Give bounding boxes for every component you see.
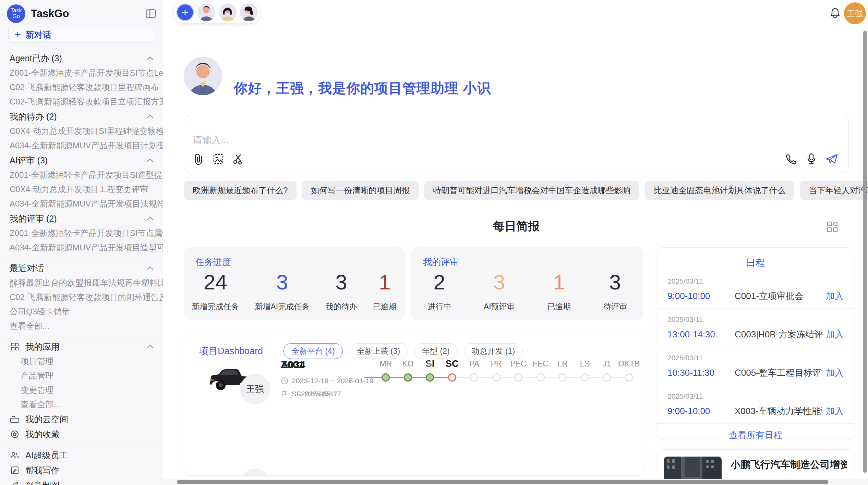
event-title: C001-立项审批会 <box>735 290 822 302</box>
suggestion-chip[interactable]: 欧洲新规最近颁布了什么? <box>184 181 297 200</box>
sidebar-item-help-write[interactable]: 帮我写作 <box>0 463 163 478</box>
suggestion-chip[interactable]: 当下年轻人对汽车外观有怎样的喜好趋势 <box>800 181 868 200</box>
stat-label: 进行中 <box>427 301 451 312</box>
sidebar-task-item[interactable]: Z001-全新燃油轻卡产品开发项目SI节点属性5D文件评审 <box>0 226 163 240</box>
suggestion-chip[interactable]: 如何写一份清晰的项目周报 <box>302 181 419 200</box>
sidebar-section-header[interactable]: 我的待办 (2) <box>0 109 163 124</box>
event-time: 9:00-10:00 <box>667 406 735 416</box>
filter-chip[interactable]: 全新上装 (3) <box>349 343 408 359</box>
new-chat-button[interactable]: + 新对话 <box>8 27 155 42</box>
sidebar-task-item[interactable]: A034-全新新能源MUV产品开发项目法规符合性评审 <box>0 197 163 211</box>
my-apps-header[interactable]: 我的应用 <box>0 339 163 354</box>
screenshot-scissors-icon[interactable] <box>232 153 244 165</box>
event-title: C005-整车工程目标评审 <box>735 367 822 379</box>
sidebar-nav: Agent已办 (3) Z001-全新燃油皮卡产品开发项目SI节点Lesson … <box>0 42 163 485</box>
assistant-avatar <box>184 57 222 95</box>
milestone-label: SC <box>445 358 459 370</box>
collapse-sidebar-icon[interactable] <box>146 9 156 18</box>
sidebar-task-item[interactable]: C0X4-动力总成开发项目SI里程碑提交物检查 <box>0 124 163 138</box>
horizontal-scrollbar[interactable] <box>163 479 868 485</box>
stat-label: AI预评审 <box>484 301 515 312</box>
agent-avatar[interactable] <box>219 3 237 21</box>
sidebar-task-item[interactable]: C0X4-动力总成开发项目工程变更评审 <box>0 182 163 197</box>
sidebar-item-creative-draw[interactable]: 创意制图 <box>0 478 163 485</box>
filter-chip[interactable]: 年型 (2) <box>414 343 458 359</box>
sidebar-section-header[interactable]: AI评审 (3) <box>0 153 163 168</box>
chat-composer[interactable]: 请输入... <box>184 116 849 173</box>
stat-value: 2 <box>434 271 445 294</box>
recent-chat-item[interactable]: 公司Q3轻卡销量 <box>0 304 163 319</box>
join-meeting-link[interactable]: 加入 <box>826 290 844 302</box>
milestone-label: PA <box>469 358 479 370</box>
attachment-icon[interactable] <box>192 153 205 165</box>
project-row[interactable]: 王强 A034 2023-12-19 ~ 2026-01-19 SC-2025-… <box>184 359 643 410</box>
milestone-dot <box>492 373 501 382</box>
schedule-event: 2025/03/11 10:30-11:30 C005-整车工程目标评审 加入 <box>657 347 854 385</box>
sidebar-task-item[interactable]: A034-全新新能源MUV产品开发项目计划变更表编写 <box>0 138 163 153</box>
sidebar-task-item[interactable]: C02-飞腾新能源轻客改款项目立项汇报方案 <box>0 95 163 109</box>
suggestion-chip[interactable]: 特朗普可能对进口汽车增税会对中国车企造成哪些影响 <box>424 181 639 200</box>
recent-chats-header[interactable]: 最近对话 <box>0 261 163 276</box>
send-icon[interactable] <box>826 153 838 165</box>
horizontal-scrollbar-thumb[interactable] <box>177 480 828 484</box>
join-meeting-link[interactable]: 加入 <box>826 405 844 417</box>
sidebar-item-ai-employee[interactable]: AI超级员工 <box>0 448 163 463</box>
milestone-label: PEC <box>510 358 527 370</box>
project-milestone-date: SC-2025-05-17 <box>292 390 341 398</box>
vertical-scrollbar-thumb[interactable] <box>863 31 867 473</box>
sidebar-task-item[interactable]: Z001-全新燃油皮卡产品开发项目SI节点Lesson Learn报告 <box>0 66 163 80</box>
sidebar-task-item[interactable]: A034-全新新能源MUV产品开发项目造型可行性评审 <box>0 240 163 255</box>
recent-chat-item[interactable]: 解释最新出台的欧盟报废车法规再生塑料比例被调至15%... <box>0 276 163 290</box>
app-link[interactable]: 产品管理 <box>0 369 163 383</box>
briefing-layout-icon[interactable] <box>825 220 839 234</box>
my-reviews-card: 我的评审 2 进行中 3 AI预评审 1 已逾期 3 <box>411 247 643 320</box>
stat-label: 我的待办 <box>326 301 357 312</box>
notifications-bell-icon[interactable] <box>829 7 841 19</box>
add-agent-button[interactable]: + <box>176 3 194 21</box>
app-link[interactable]: 查看全部... <box>0 397 163 412</box>
microphone-icon[interactable] <box>805 153 818 165</box>
recent-chats-list: 解释最新出台的欧盟报废车法规再生塑料比例被调至15%... C02-飞腾新能源轻… <box>0 276 163 333</box>
event-title: X003-车辆动力学性能验... <box>735 405 822 417</box>
stat-item: 24 新增完成任务 <box>192 271 239 312</box>
view-all-schedule-link[interactable]: 查看所有日程 <box>657 424 854 439</box>
stat-item: 3 我的待办 <box>326 271 357 312</box>
sidebar-section-header[interactable]: 我的评审 (2) <box>0 211 163 226</box>
project-dashboard-card: 项目Dashboard 全新平台 (4) 全新上装 (3) 年型 (2) 动总开… <box>184 334 643 476</box>
sidebar-section-header[interactable]: Agent已办 (3) <box>0 51 163 66</box>
event-date: 2025/03/11 <box>667 315 844 324</box>
suggestion-chips: 欧洲新规最近颁布了什么? 如何写一份清晰的项目周报 特朗普可能对进口汽车增税会对… <box>184 181 849 200</box>
stat-value: 3 <box>493 271 505 294</box>
join-meeting-link[interactable]: 加入 <box>826 367 844 379</box>
milestone-dot <box>514 373 522 382</box>
recent-chat-item[interactable]: 查看全部... <box>0 319 163 333</box>
stat-value: 3 <box>609 271 621 294</box>
join-meeting-link[interactable]: 加入 <box>826 328 844 340</box>
event-date: 2025/03/11 <box>667 392 844 400</box>
user-avatar[interactable]: 王强 <box>844 2 866 24</box>
agent-avatar[interactable] <box>197 3 215 21</box>
event-time: 13:00-14:30 <box>667 329 735 340</box>
stat-value: 1 <box>553 271 565 294</box>
filter-chip[interactable]: 动总开发 (1) <box>464 343 523 359</box>
stat-label: 新增完成任务 <box>192 301 239 312</box>
voice-call-icon[interactable] <box>785 153 797 165</box>
suggestion-chip[interactable]: 比亚迪全固态电池计划具体说了什么 <box>645 181 794 200</box>
sidebar-task-item[interactable]: C02-飞腾新能源轻客改款项目里程碑画布 <box>0 80 163 95</box>
milestone-label: KO <box>402 358 413 370</box>
chevron-up-icon <box>147 115 153 118</box>
app-link[interactable]: 项目管理 <box>0 354 163 369</box>
milestone-label: J1 <box>603 358 611 370</box>
app-link[interactable]: 变更管理 <box>0 383 163 397</box>
sidebar-item-favorites[interactable]: 我的收藏 <box>0 427 163 442</box>
sidebar-task-item[interactable]: Z001-全新燃油轻卡产品开发项目SI造型提交物评审 <box>0 168 163 182</box>
milestone-label: LS <box>580 358 590 370</box>
image-upload-icon[interactable] <box>212 153 225 165</box>
milestone-dot <box>625 373 633 382</box>
taskgo-logo: Task Go <box>7 4 25 23</box>
recent-chat-item[interactable]: C02-飞腾新能源轻客改款项目的闭环通告反馈情况 <box>0 290 163 304</box>
milestone-dot <box>426 373 434 382</box>
sidebar-item-cloud-space[interactable]: 我的云空间 <box>0 412 163 427</box>
filter-chip[interactable]: 全新平台 (4) <box>284 343 343 359</box>
agent-avatar[interactable] <box>240 3 258 21</box>
